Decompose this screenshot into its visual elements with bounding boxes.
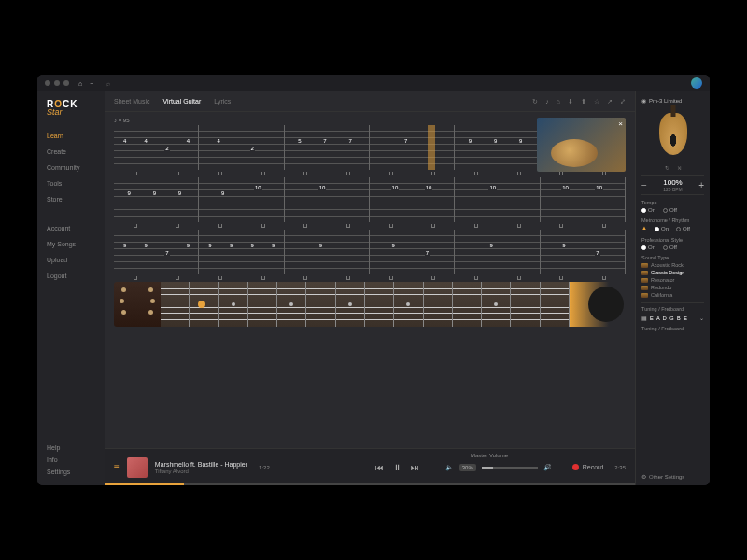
loop-icon[interactable]: ↻ [665,164,669,171]
sound-acoustic-rock[interactable]: Acoustic Rock [641,262,704,268]
search-icon[interactable]: ⌕ [106,80,110,87]
other-settings[interactable]: ⚙ Other Settings [641,469,704,480]
sound-redondo[interactable]: Redondo [641,285,704,290]
tempo-off[interactable]: Off [663,207,677,213]
sound-resonator[interactable]: Resonator [641,277,704,283]
sound-california[interactable]: California [641,292,704,298]
gear-icon: ⚙ [641,473,646,480]
app-window: ⌂ + ⌕ ROCK Star Learn Create Community T… [37,75,710,485]
nav-info[interactable]: Info [47,454,95,466]
expand-icon[interactable]: ⤢ [620,98,626,105]
nav-settings[interactable]: Settings [47,466,95,478]
nav-upload[interactable]: Upload [47,254,95,266]
device-icon: ◉ [641,97,646,104]
nav-learn[interactable]: Learn [47,130,95,142]
home-icon[interactable]: ⌂ [78,80,82,87]
progress-bar[interactable] [105,483,635,485]
prof-style-label: Professional Style [641,237,704,243]
chevron-down-icon[interactable]: ⌄ [699,315,704,321]
virtual-fretboard[interactable] [114,282,626,327]
user-avatar[interactable] [691,77,702,89]
track-info: Marshmello ft. Bastille - Happier Tiffan… [155,461,247,474]
next-icon[interactable]: ⏭ [411,463,419,472]
volume-percent: 30% [459,464,476,471]
tab-virtual-guitar[interactable]: Virtual Guitar [163,98,202,105]
nav-help[interactable]: Help [47,441,95,454]
metronome-off[interactable]: Off [676,226,690,231]
volume-label: Master Volume [471,453,508,458]
add-icon[interactable]: + [90,80,93,87]
tab-bar: Sheet Music Virtual Guitar Lyrics ↻ ♪ ⌂ … [105,91,635,112]
tab-staff-3[interactable]: 9979 9999 9 97 9 97 [114,230,626,274]
tab-content: ♪ = 95 4424 42 577 7 999 9 × [105,112,635,448]
titlebar: ⌂ + ⌕ [37,75,710,91]
upload-icon[interactable]: ⬆ [581,98,586,105]
tab-staff-2[interactable]: 999 910 10 1010 10 1010 [114,177,626,222]
sound-type-label: Sound Type [641,255,704,260]
record-icon [572,464,579,470]
metronome-label: Metronome / Rhythm [641,217,704,223]
tempo-on[interactable]: On [641,207,655,213]
track-title: Marshmello ft. Bastille - Happier [155,461,247,468]
download-icon[interactable]: ⬇ [568,98,573,105]
video-preview[interactable]: × [537,118,626,172]
headstock [114,282,161,327]
album-art[interactable] [127,457,148,478]
zoom-value: 100% [663,178,683,187]
window-min-dot[interactable] [54,80,60,86]
queue-icon[interactable]: ≡ [114,462,120,472]
metronome-icon: ▲ [641,225,647,232]
nav-account[interactable]: Account [47,222,95,234]
record-button[interactable]: Record [572,464,604,470]
window-max-dot[interactable] [63,80,69,86]
guitar-preview [641,108,704,160]
tuning2-label: Tuning / Fretboard [641,326,704,331]
sidebar: ROCK Star Learn Create Community Tools S… [37,91,105,485]
home-tab-icon[interactable]: ⌂ [557,98,560,105]
playhead [428,125,435,170]
current-time: 1:22 [259,465,270,470]
right-panel: ◉ Pm-3 Limited ↻ ⤨ − 100% 120 BPM + Temp… [635,91,710,485]
zoom-in-icon[interactable]: + [698,180,704,190]
nav-create[interactable]: Create [47,146,95,158]
share-icon[interactable]: ↗ [607,98,613,105]
tab-lyrics[interactable]: Lyrics [214,98,231,105]
device-header[interactable]: ◉ Pm-3 Limited [641,97,704,104]
window-close-dot[interactable] [45,80,50,86]
sound-classic-design[interactable]: Classic Design [641,270,704,275]
zoom-out-icon[interactable]: − [641,180,647,190]
finger-position [198,301,205,308]
volume-up-icon[interactable]: 🔊 [543,464,552,471]
volume-slider[interactable] [482,467,538,469]
track-artist: Tiffany Alvord [155,469,247,474]
guitar-body [570,282,626,327]
nav-logout[interactable]: Logout [47,270,95,282]
tuning-icon: ▦ [641,315,647,321]
guitar-neck[interactable] [161,282,570,327]
star-icon[interactable]: ☆ [594,98,599,105]
tuning-label: Tuning / Fretboard [641,306,704,312]
tempo-label: Tempo [641,200,704,205]
link-icon[interactable]: ♪ [545,98,549,105]
tuning-notes: E A D G B E [650,315,688,321]
prev-icon[interactable]: ⏮ [375,463,384,472]
nav-tools[interactable]: Tools [47,177,95,189]
close-icon[interactable]: × [618,119,623,128]
pause-icon[interactable]: ⏸ [393,463,402,472]
prof-on[interactable]: On [641,245,655,250]
player-bar: ≡ Marshmello ft. Bastille - Happier Tiff… [105,448,635,485]
nav-store[interactable]: Store [47,193,95,205]
prof-off[interactable]: Off [663,245,677,250]
app-logo: ROCK Star [47,99,95,117]
shuffle-icon[interactable]: ⤨ [677,164,682,171]
main-area: Sheet Music Virtual Guitar Lyrics ↻ ♪ ⌂ … [105,91,635,485]
metronome-on[interactable]: On [655,226,669,231]
tab-sheet-music[interactable]: Sheet Music [114,98,150,105]
volume-down-icon[interactable]: 🔈 [445,464,454,471]
nav-my-songs[interactable]: My Songs [47,238,95,250]
bpm-value: 120 BPM [663,187,683,192]
nav-community[interactable]: Community [47,161,95,174]
history-icon[interactable]: ↻ [532,98,538,105]
total-time: 2:35 [614,465,626,470]
